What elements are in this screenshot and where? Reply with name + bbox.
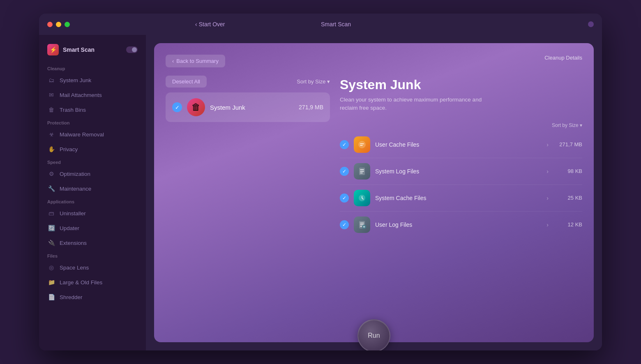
- sub-item-system-cache: ✓ System Cache Files › 25 KB: [340, 185, 582, 212]
- mail-attachments-icon: ✉: [47, 91, 55, 99]
- system-junk-item-icon: 🗑: [187, 98, 205, 116]
- list-controls: Deselect All Sort by Size ▾: [166, 76, 330, 88]
- sub-item-system-log: ✓ System Log Files › 98 KB: [340, 158, 582, 185]
- user-log-checkbox[interactable]: ✓: [340, 220, 349, 229]
- sub-item-user-cache: ✓ User Cache Files › 271,7 MB: [340, 131, 582, 158]
- system-junk-checkbox[interactable]: ✓: [172, 102, 182, 112]
- sidebar-smart-scan: ⚡ Smart Scan: [39, 40, 146, 60]
- cleanup-card: Cleanup Details ‹ Back to Summary Desele…: [154, 43, 594, 342]
- uninstaller-icon: 🗃: [47, 209, 55, 217]
- user-cache-icon: [354, 136, 370, 153]
- title-bar-dot: [588, 21, 594, 27]
- deselect-all-button[interactable]: Deselect All: [166, 76, 207, 88]
- user-cache-name: User Cache Files: [375, 141, 542, 148]
- user-log-name: User Log Files: [375, 221, 542, 228]
- sidebar-item-privacy[interactable]: ✋ Privacy: [39, 142, 146, 157]
- user-cache-size: 271,7 MB: [553, 141, 582, 147]
- sidebar-item-malware-removal[interactable]: ☣ Malware Removal: [39, 127, 146, 142]
- system-log-name: System Log Files: [375, 168, 542, 175]
- system-junk-size: 271,9 MB: [299, 104, 323, 111]
- section-label-speed: Speed: [39, 157, 146, 166]
- system-junk-icon: 🗂: [47, 76, 55, 84]
- sidebar-item-space-lens[interactable]: ◎ Space Lens: [39, 260, 146, 275]
- sidebar-item-shredder[interactable]: 📄 Shredder: [39, 290, 146, 304]
- sidebar-item-large-old-files[interactable]: 📁 Large & Old Files: [39, 275, 146, 290]
- minimize-button[interactable]: [56, 22, 61, 27]
- title-bar-center: Smart Scan: [78, 21, 594, 28]
- main-content: Cleanup Details ‹ Back to Summary Desele…: [146, 35, 602, 350]
- junk-item-system-junk[interactable]: ✓ 🗑 System Junk 271,9 MB: [166, 92, 330, 122]
- left-panel: Deselect All Sort by Size ▾ ✓ 🗑 System J…: [166, 76, 330, 331]
- section-label-cleanup: Cleanup: [39, 63, 146, 73]
- system-cache-checkbox[interactable]: ✓: [340, 194, 349, 203]
- sidebar: ⚡ Smart Scan Cleanup 🗂 System Junk ✉ Mai…: [39, 35, 146, 350]
- extensions-icon: 🔌: [47, 239, 55, 247]
- optimization-icon: ⚙: [47, 170, 55, 178]
- app-body: ⚡ Smart Scan Cleanup 🗂 System Junk ✉ Mai…: [39, 35, 602, 350]
- system-log-chevron[interactable]: ›: [546, 168, 549, 175]
- section-label-files: Files: [39, 250, 146, 260]
- sub-item-user-log: ✓ User Log Files ›: [340, 212, 582, 238]
- sidebar-item-uninstaller[interactable]: 🗃 Uninstaller: [39, 206, 146, 221]
- trash-bins-icon: 🗑: [47, 106, 55, 114]
- system-cache-size: 25 KB: [553, 195, 582, 201]
- traffic-lights: [47, 22, 70, 27]
- shredder-icon: 📄: [47, 293, 55, 301]
- system-cache-chevron[interactable]: ›: [546, 195, 549, 201]
- system-junk-name: System Junk: [210, 104, 294, 111]
- user-log-chevron[interactable]: ›: [546, 221, 549, 228]
- title-bar: ‹ Start Over Smart Scan: [39, 14, 602, 35]
- user-cache-chevron[interactable]: ›: [546, 141, 549, 148]
- user-log-size: 12 KB: [553, 221, 582, 228]
- system-cache-name: System Cache Files: [375, 195, 542, 201]
- space-lens-icon: ◎: [47, 263, 55, 272]
- detail-title: System Junk: [340, 77, 582, 92]
- start-over-button[interactable]: ‹ Start Over: [195, 21, 225, 28]
- cleanup-details-label: Cleanup Details: [544, 55, 582, 61]
- smart-scan-label: Smart Scan: [63, 46, 95, 53]
- sidebar-item-updater[interactable]: 🔄 Updater: [39, 221, 146, 235]
- system-log-checkbox[interactable]: ✓: [340, 167, 349, 176]
- sidebar-item-mail-attachments[interactable]: ✉ Mail Attachments: [39, 88, 146, 102]
- sidebar-item-optimization[interactable]: ⚙ Optimization: [39, 166, 146, 181]
- sidebar-item-extensions[interactable]: 🔌 Extensions: [39, 235, 146, 250]
- smart-scan-icon: ⚡: [47, 44, 59, 55]
- section-label-applications: Applications: [39, 196, 146, 206]
- system-cache-icon: [354, 190, 370, 206]
- card-body: Deselect All Sort by Size ▾ ✓ 🗑 System J…: [166, 76, 582, 331]
- back-to-summary-button[interactable]: ‹ Back to Summary: [166, 55, 225, 67]
- run-button[interactable]: Run: [357, 319, 390, 350]
- user-log-icon: [354, 217, 370, 233]
- close-button[interactable]: [47, 22, 53, 27]
- maintenance-icon: 🔧: [47, 184, 55, 193]
- large-old-files-icon: 📁: [47, 278, 55, 286]
- detail-description: Clean your system to achieve maximum per…: [340, 96, 496, 113]
- right-panel: System Junk Clean your system to achieve…: [340, 76, 582, 331]
- updater-icon: 🔄: [47, 224, 55, 232]
- sidebar-item-maintenance[interactable]: 🔧 Maintenance: [39, 181, 146, 196]
- malware-removal-icon: ☣: [47, 130, 55, 138]
- user-cache-checkbox[interactable]: ✓: [340, 140, 349, 149]
- sidebar-item-trash-bins[interactable]: 🗑 Trash Bins: [39, 102, 146, 117]
- chevron-left-icon: ‹: [195, 21, 197, 28]
- system-log-size: 98 KB: [553, 168, 582, 174]
- window-title: Smart Scan: [321, 21, 351, 28]
- maximize-button[interactable]: [65, 22, 70, 27]
- sort-by-size-right[interactable]: Sort by Size ▾: [340, 122, 582, 128]
- sort-by-size-left[interactable]: Sort by Size ▾: [297, 78, 330, 85]
- svg-point-0: [358, 141, 366, 148]
- chevron-left-icon: ‹: [172, 58, 174, 64]
- run-button-container: Run: [357, 319, 390, 350]
- section-label-protection: Protection: [39, 117, 146, 127]
- system-log-icon: [354, 163, 370, 180]
- privacy-icon: ✋: [47, 145, 55, 153]
- smart-scan-toggle[interactable]: [126, 46, 138, 53]
- smart-scan-left: ⚡ Smart Scan: [47, 44, 95, 55]
- sidebar-item-system-junk[interactable]: 🗂 System Junk: [39, 73, 146, 88]
- app-window: ‹ Start Over Smart Scan ⚡ Smart Scan Cle…: [39, 14, 602, 350]
